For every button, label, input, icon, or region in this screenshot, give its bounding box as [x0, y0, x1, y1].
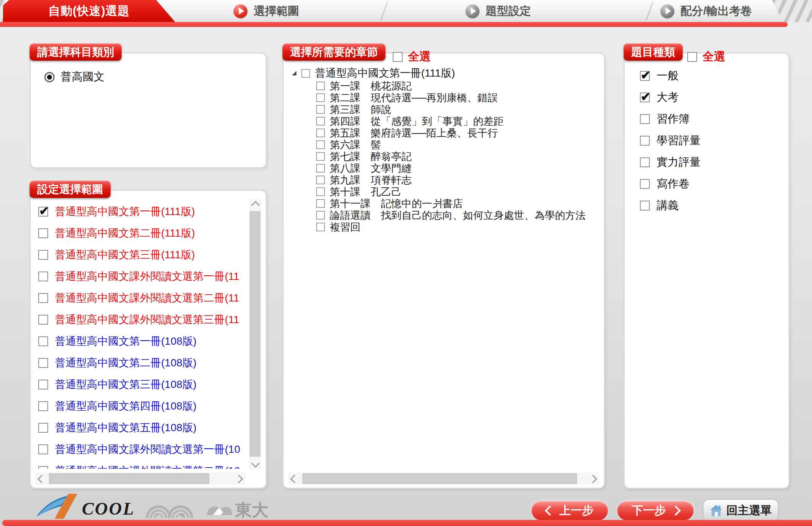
- scroll-down-icon[interactable]: [251, 459, 260, 468]
- prev-step-button[interactable]: 上一步: [531, 501, 608, 520]
- range-item-label[interactable]: 普通型高中國文課外閱讀文選第三冊(11: [55, 312, 239, 327]
- next-step-button[interactable]: 下一步: [617, 501, 694, 520]
- checkbox[interactable]: [316, 140, 325, 149]
- type-list-item[interactable]: 一般: [640, 65, 783, 86]
- chapter-tree-item[interactable]: 第五課 樂府詩選──陌上桑、長干行: [316, 127, 600, 139]
- range-item-label[interactable]: 普通型高中國文第一冊(108版): [55, 334, 196, 349]
- scrollbar-thumb[interactable]: [303, 473, 577, 484]
- types-select-all[interactable]: 全選: [687, 49, 725, 64]
- scroll-up-icon[interactable]: [251, 201, 260, 210]
- chapter-tree-item[interactable]: 第四課 從「感覺」到「事實」的差距: [316, 115, 600, 127]
- range-list-item[interactable]: 普通型高中國文第一冊(111版): [38, 201, 245, 222]
- tree-root-label[interactable]: 普通型高中國文第一冊(111版): [315, 66, 455, 80]
- range-item-label[interactable]: 普通型高中國文第五冊(108版): [55, 421, 196, 435]
- checkbox[interactable]: [316, 199, 325, 208]
- chapter-tree-item[interactable]: 論語選讀 找到自己的志向、如何立身處世、為學的方法: [316, 209, 600, 221]
- tab-question-type-setting[interactable]: 題型設定: [466, 0, 531, 22]
- type-list-item[interactable]: 學習評量: [640, 130, 783, 151]
- range-list-item[interactable]: 普通型高中國文第二冊(108版): [38, 352, 245, 374]
- range-list-item[interactable]: 普通型高中國文第二冊(111版): [38, 222, 245, 244]
- checkbox[interactable]: [38, 358, 48, 368]
- range-list-item[interactable]: 普通型高中國文課外閱讀文選第二冊(10: [38, 460, 245, 469]
- scroll-right-icon[interactable]: [235, 475, 243, 484]
- checkbox[interactable]: [38, 380, 48, 389]
- checkbox[interactable]: [640, 136, 650, 146]
- subject-radio-option[interactable]: 普高國文: [44, 69, 266, 85]
- range-list-item[interactable]: 普通型高中國文第三冊(108版): [38, 374, 245, 395]
- scroll-left-icon[interactable]: [38, 475, 46, 484]
- checkbox[interactable]: [316, 164, 325, 173]
- checkbox[interactable]: [316, 129, 325, 137]
- scroll-left-icon[interactable]: [290, 475, 299, 484]
- checkbox[interactable]: [640, 93, 650, 102]
- type-list-item[interactable]: 習作簿: [640, 108, 783, 130]
- type-list-item[interactable]: 實力評量: [640, 151, 783, 173]
- scrollbar-thumb[interactable]: [49, 473, 209, 484]
- vertical-scrollbar[interactable]: [249, 199, 261, 469]
- range-list-item[interactable]: 普通型高中國文課外閱讀文選第一冊(11: [38, 265, 245, 287]
- tree-expander-icon[interactable]: [292, 71, 296, 75]
- chapter-label[interactable]: 複習回: [330, 220, 361, 234]
- range-item-label[interactable]: 普通型高中國文第二冊(111版): [55, 226, 195, 240]
- checkbox[interactable]: [316, 223, 325, 231]
- checkbox[interactable]: [640, 114, 650, 124]
- chapter-label[interactable]: 論語選讀 找到自己的志向、如何立身處世、為學的方法: [330, 209, 586, 222]
- checkbox[interactable]: [393, 52, 403, 62]
- range-list-item[interactable]: 普通型高中國文第四冊(108版): [38, 395, 245, 417]
- chapter-tree-item[interactable]: 第十一課 記憶中的一爿書店: [316, 198, 600, 209]
- horizontal-scrollbar[interactable]: [35, 473, 245, 485]
- chapters-select-all[interactable]: 全選: [393, 49, 431, 64]
- checkbox[interactable]: [38, 293, 48, 303]
- chapter-tree-item[interactable]: 第一課 桃花源記: [316, 80, 600, 92]
- checkbox[interactable]: [316, 82, 325, 90]
- checkbox[interactable]: [687, 52, 697, 62]
- range-item-label[interactable]: 普通型高中國文課外閱讀文選第二冊(10: [55, 464, 240, 469]
- chapter-tree-item[interactable]: 第六課 髻: [316, 139, 600, 151]
- checkbox[interactable]: [38, 401, 48, 411]
- range-item-label[interactable]: 普通型高中國文課外閱讀文選第一冊(10: [55, 442, 240, 457]
- range-item-label[interactable]: 普通型高中國文第三冊(111版): [55, 248, 195, 262]
- checkbox[interactable]: [316, 211, 325, 220]
- range-item-label[interactable]: 普通型高中國文課外閱讀文選第二冊(11: [55, 291, 239, 305]
- checkbox[interactable]: [38, 423, 48, 433]
- tab-auto-quick-select[interactable]: 自動(快速)選題: [3, 0, 175, 22]
- type-list-item[interactable]: 講義: [640, 195, 783, 216]
- range-item-label[interactable]: 普通型高中國文第三冊(108版): [55, 377, 196, 392]
- chapter-tree-item[interactable]: 第八課 文學門縫: [316, 162, 600, 174]
- range-item-label[interactable]: 普通型高中國文第二冊(108版): [55, 356, 196, 370]
- range-item-label[interactable]: 普通型高中國文課外閱讀文選第一冊(11: [55, 269, 239, 284]
- chapter-tree-item[interactable]: 第十課 孔乙己: [316, 186, 600, 198]
- chapter-tree-item[interactable]: 第三課 師說: [316, 104, 600, 115]
- chapter-tree-root[interactable]: 普通型高中國文第一冊(111版): [292, 66, 600, 80]
- chapter-tree-item[interactable]: 複習回: [316, 221, 600, 233]
- checkbox[interactable]: [316, 117, 325, 126]
- chapter-tree-item[interactable]: 第九課 項脊軒志: [316, 174, 600, 186]
- checkbox[interactable]: [38, 315, 48, 325]
- checkbox[interactable]: [38, 228, 48, 238]
- checkbox[interactable]: [640, 157, 650, 167]
- main-menu-button[interactable]: 回主選單: [704, 500, 778, 521]
- checkbox[interactable]: [38, 336, 48, 346]
- horizontal-scrollbar[interactable]: [288, 473, 599, 485]
- range-list-item[interactable]: 普通型高中國文第五冊(108版): [38, 417, 245, 438]
- checkbox[interactable]: [38, 444, 48, 454]
- checkbox[interactable]: [316, 187, 325, 196]
- radio-icon[interactable]: [44, 72, 55, 82]
- checkbox[interactable]: [640, 179, 650, 189]
- scroll-right-icon[interactable]: [589, 475, 597, 484]
- checkbox[interactable]: [640, 201, 650, 210]
- checkbox[interactable]: [316, 93, 325, 102]
- tab-select-range[interactable]: 選擇範圍: [234, 0, 299, 22]
- chapter-tree-item[interactable]: 第七課 醉翁亭記: [316, 151, 600, 162]
- checkbox[interactable]: [38, 466, 48, 469]
- checkbox[interactable]: [316, 105, 325, 114]
- checkbox[interactable]: [316, 176, 325, 184]
- range-item-label[interactable]: 普通型高中國文第一冊(111版): [55, 204, 195, 219]
- checkbox[interactable]: [38, 207, 48, 217]
- scrollbar-thumb[interactable]: [250, 211, 260, 457]
- range-item-label[interactable]: 普通型高中國文第四冊(108版): [55, 399, 196, 413]
- checkbox[interactable]: [38, 272, 48, 281]
- type-list-item[interactable]: 寫作卷: [640, 173, 783, 195]
- range-list-item[interactable]: 普通型高中國文第一冊(108版): [38, 330, 245, 352]
- checkbox[interactable]: [640, 71, 650, 81]
